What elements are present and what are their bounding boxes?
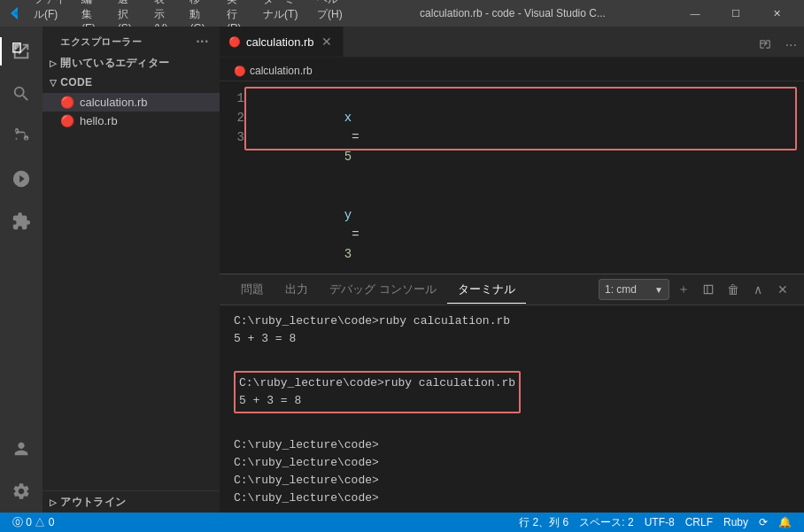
status-encoding[interactable]: UTF-8 [639,513,680,532]
outline-chevron: ▷ [50,497,57,507]
language-text: Ruby [723,516,748,528]
new-terminal-button[interactable]: ＋ [673,279,694,300]
terminal-line-6 [234,419,790,436]
maximize-button[interactable]: ☐ [715,0,756,27]
tab-bar: 🔴 calculation.rb ✕ ··· [220,27,804,58]
activity-settings[interactable] [0,470,43,513]
app-icon [7,6,21,20]
spaces-text: スペース: 2 [579,515,633,530]
open-editors-chevron: ▷ [50,58,57,68]
window-controls[interactable]: — ☐ ✕ [675,0,797,27]
code-var-x: x [344,111,352,125]
line-col-text: 行 2、列 6 [519,515,568,530]
editor-area: 🔴 calculation.rb ✕ ··· 🔴 calculation.rb … [220,27,804,513]
code-var-y: y [344,208,352,222]
terminal-highlighted-content: C:\ruby_lecture\code>ruby calculation.rb… [234,371,521,413]
file-list: 🔴 calculation.rb 🔴 hello.rb [43,91,220,132]
panel-area: 問題 出力 デバッグ コンソール ターミナル 1: cmd ▼ ＋ 🗑 [220,274,804,513]
terminal-content[interactable]: C:\ruby_lecture\code>ruby calculation.rb… [220,305,804,513]
terminal-line-3 [234,348,790,366]
panel-controls: 1: cmd ▼ ＋ 🗑 ∧ ✕ [599,279,793,300]
sidebar-header: エクスプローラー ··· [43,27,220,53]
sidebar-item-hello-rb[interactable]: 🔴 hello.rb [43,112,220,130]
file-icon-hello: 🔴 [60,114,74,127]
encoding-text: UTF-8 [645,516,675,528]
activity-explorer[interactable] [0,30,43,73]
line-number-1: 1 [220,89,244,108]
code-line-2[interactable]: y = 3 [255,186,790,274]
open-editors-group[interactable]: ▷ 開いているエディター [43,53,220,73]
maximize-panel-button[interactable]: ∧ [747,279,769,300]
panel-tab-output[interactable]: 出力 [274,276,319,304]
code-group[interactable]: ▽ CODE [43,73,220,91]
status-language[interactable]: Ruby [718,513,754,532]
activity-extensions[interactable] [0,200,43,243]
file-icon-calculation: 🔴 [60,96,74,109]
terminal-selector[interactable]: 1: cmd ▼ [599,279,669,300]
status-sync[interactable]: ⟳ [754,513,773,532]
terminal-line-11: C:\ruby_lecture\code> [234,507,790,513]
terminal-line-10: C:\ruby_lecture\code> [234,490,790,507]
sidebar: エクスプローラー ··· ▷ 開いているエディター ▽ CODE 🔴 calcu… [43,27,220,513]
sidebar-menu-button[interactable]: ··· [196,34,209,50]
status-errors[interactable]: ⓪ 0 △ 0 [7,513,59,532]
close-panel-button[interactable]: ✕ [772,279,793,300]
title-bar: ファイル(F) 編集(E) 選択(S) 表示(V) 移動(G) 実行(R) ター… [0,0,804,27]
code-line-1[interactable]: x = 5 [255,89,790,186]
window-title: calculation.rb - code - Visual Studio C.… [351,7,675,19]
line-number-3: 3 [220,127,244,147]
terminal-line-2: 5 + 3 = 8 [234,330,790,348]
panel-tab-debug[interactable]: デバッグ コンソール [319,276,447,304]
status-line-col[interactable]: 行 2、列 6 [514,513,574,532]
breadcrumb: 🔴 calculation.rb [220,61,804,81]
code-chevron: ▽ [50,78,57,88]
editor-content[interactable]: 🔴 calculation.rb 1 2 3 x = 5 [220,58,804,274]
panel-tabs: 問題 出力 デバッグ コンソール ターミナル 1: cmd ▼ ＋ 🗑 [220,274,804,305]
status-bell[interactable]: 🔔 [773,513,797,532]
minimize-button[interactable]: — [675,0,715,27]
breadcrumb-icon: 🔴 [234,66,246,77]
terminal-line-1: C:\ruby_lecture\code>ruby calculation.rb [234,312,790,330]
activity-account[interactable] [0,428,43,470]
close-button[interactable]: ✕ [756,0,797,27]
panel-tab-terminal[interactable]: ターミナル [447,276,526,304]
activity-search[interactable] [0,73,43,115]
code-num-3: 3 [344,247,352,261]
line-ending-text: CRLF [685,516,713,528]
kill-terminal-button[interactable]: 🗑 [723,279,744,300]
code-area[interactable]: 1 2 3 x = 5 y = 3 p [220,81,804,274]
status-line-ending[interactable]: CRLF [680,513,718,532]
panel-tab-problems[interactable]: 問題 [230,276,274,304]
main-layout: エクスプローラー ··· ▷ 開いているエディター ▽ CODE 🔴 calcu… [0,27,804,513]
sync-icon: ⟳ [759,516,768,528]
outline-group[interactable]: ▷ アウトライン [43,490,220,513]
more-tabs-button[interactable]: ··· [778,34,804,57]
terminal-line-7: C:\ruby_lecture\code> [234,436,790,454]
terminal-line-5: 5 + 3 = 8 [239,392,515,410]
error-count: ⓪ 0 △ 0 [12,515,54,530]
code-eq-2: = [344,227,367,242]
split-editor-button[interactable] [752,35,778,57]
code-lines[interactable]: x = 5 y = 3 puts "#{x} + #{y} = #{x + y}… [255,89,804,274]
chevron-down-icon: ▼ [654,285,663,295]
code-num-5: 5 [344,150,352,164]
tab-close-button[interactable]: ✕ [320,35,334,49]
terminal-line-4: C:\ruby_lecture\code>ruby calculation.rb [239,374,515,392]
activity-source-control[interactable] [0,115,43,158]
activity-run-debug[interactable] [0,158,43,200]
split-terminal-button[interactable] [698,279,719,300]
terminal-line-8: C:\ruby_lecture\code> [234,454,790,472]
bell-icon: 🔔 [778,516,792,528]
status-bar: ⓪ 0 △ 0 行 2、列 6 スペース: 2 UTF-8 CRLF Ruby … [0,513,804,532]
activity-bar [0,27,43,513]
line-numbers: 1 2 3 [220,89,255,274]
tab-file-icon: 🔴 [228,36,241,48]
terminal-line-9: C:\ruby_lecture\code> [234,472,790,490]
status-spaces[interactable]: スペース: 2 [574,513,638,532]
line-number-2: 2 [220,108,244,127]
code-eq-1: = [344,130,367,144]
terminal-highlight-box: C:\ruby_lecture\code>ruby calculation.rb… [234,367,790,417]
sidebar-item-calculation-rb[interactable]: 🔴 calculation.rb [43,93,220,112]
tab-calculation-rb[interactable]: 🔴 calculation.rb ✕ [220,27,344,57]
